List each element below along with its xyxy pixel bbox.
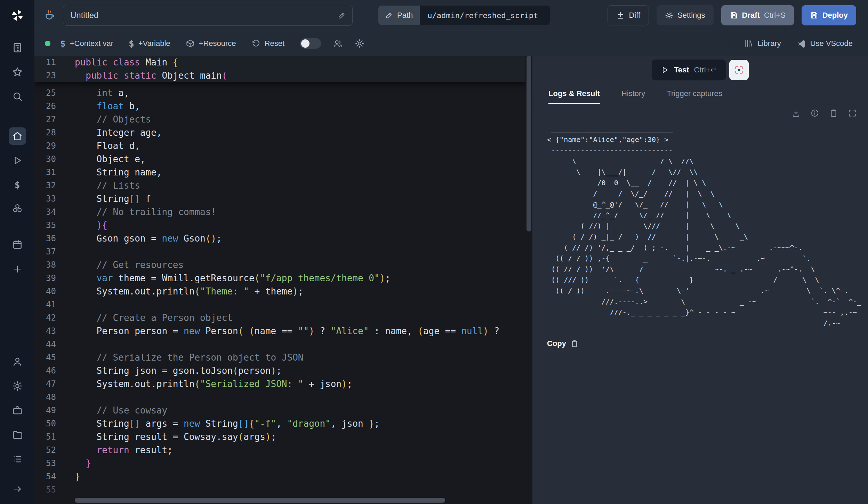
code-line: 40 System.out.println("Theme: " + theme)… bbox=[34, 285, 532, 298]
draft-button[interactable]: Draft Ctrl+S bbox=[721, 5, 794, 25]
horizontal-scrollbar[interactable] bbox=[34, 496, 525, 504]
expand-result-button[interactable] bbox=[848, 109, 857, 118]
editor-settings-button[interactable] bbox=[355, 39, 364, 48]
code-line: 47 System.out.println("Serialized JSON: … bbox=[34, 377, 532, 391]
code-line: 51 String result = Cowsay.say(args); bbox=[34, 430, 532, 443]
sidebar-item-apps[interactable] bbox=[9, 39, 26, 56]
code-line: 38 // Get resources bbox=[34, 258, 532, 271]
sidebar-item-folders[interactable] bbox=[9, 426, 26, 443]
code-line: 36 Gson gson = new Gson(); bbox=[34, 232, 532, 245]
gear-icon bbox=[355, 39, 364, 48]
use-vscode-button[interactable]: Use VScode bbox=[797, 39, 853, 48]
draft-label: Draft bbox=[742, 11, 760, 20]
result-tabs: Logs & ResultHistoryTrigger captures bbox=[532, 84, 868, 104]
tab-trigger-captures[interactable]: Trigger captures bbox=[667, 84, 722, 104]
edit-title-button[interactable] bbox=[338, 11, 346, 19]
star-icon bbox=[12, 66, 23, 78]
sidebar-item-settings[interactable] bbox=[9, 377, 26, 395]
collaborators-button[interactable] bbox=[333, 39, 343, 48]
windmill-logo[interactable] bbox=[10, 0, 24, 31]
result-output: _____________________________ < {"name":… bbox=[547, 124, 868, 329]
vertical-scrollbar[interactable] bbox=[525, 56, 532, 496]
test-label: Test bbox=[674, 65, 689, 74]
sidebar-item-runs[interactable] bbox=[9, 152, 26, 169]
sidebar-item-add[interactable] bbox=[9, 260, 26, 278]
play-icon bbox=[12, 155, 23, 166]
sidebar-item-users[interactable] bbox=[9, 353, 26, 370]
add-variable-button[interactable]: $ +Variable bbox=[129, 39, 170, 48]
code-line: 45 // Serialize the Person object to JSO… bbox=[34, 351, 532, 364]
code-line: 46 String json = gson.toJson(person); bbox=[34, 364, 532, 377]
sidebar-item-search[interactable] bbox=[9, 88, 26, 105]
vscode-icon bbox=[797, 39, 806, 48]
arrow-right-icon bbox=[12, 484, 23, 494]
app: $ bbox=[0, 0, 868, 504]
deploy-button[interactable]: Deploy bbox=[802, 5, 856, 25]
clipboard-icon bbox=[570, 339, 579, 348]
calculator-icon bbox=[12, 42, 23, 53]
diff-button[interactable]: Diff bbox=[608, 5, 649, 25]
person-icon bbox=[12, 356, 23, 367]
test-shortcut: Ctrl+↵ bbox=[694, 65, 717, 74]
script-title-input[interactable] bbox=[70, 10, 333, 21]
editor-toolbar: $ +Context var $ +Variable +Resource bbox=[34, 31, 868, 56]
code-lines: 25 int a,26 float b,27 // Objects28 Inte… bbox=[34, 56, 532, 496]
status-dot bbox=[45, 41, 50, 46]
code-line: 43 Person person = new Person( (name == … bbox=[34, 324, 532, 338]
code-line: 54} bbox=[34, 470, 532, 483]
sticky-lines: 11public class Main {23 public static Ob… bbox=[34, 56, 525, 82]
home-icon bbox=[12, 131, 23, 142]
capture-button[interactable] bbox=[729, 60, 749, 80]
code-editor[interactable]: 25 int a,26 float b,27 // Objects28 Inte… bbox=[34, 56, 532, 504]
result-info-button[interactable] bbox=[810, 109, 819, 118]
reset-label: Reset bbox=[265, 39, 284, 48]
copy-result-button[interactable]: Copy bbox=[547, 339, 868, 348]
code-line: 23 public static Object main( bbox=[34, 69, 525, 82]
save-icon bbox=[730, 11, 738, 19]
pencil-icon bbox=[385, 11, 393, 19]
code-line: 33 String[] f bbox=[34, 192, 532, 205]
add-context-var-button[interactable]: $ +Context var bbox=[60, 39, 113, 48]
scrollbar-thumb[interactable] bbox=[527, 56, 531, 231]
code-line: 39 var theme = Wmill.getResource("f/app_… bbox=[34, 271, 532, 285]
sidebar-item-workers[interactable] bbox=[9, 402, 26, 419]
sidebar-collapse-button[interactable] bbox=[9, 480, 26, 498]
search-icon bbox=[12, 91, 23, 102]
settings-button[interactable]: Settings bbox=[657, 5, 714, 25]
scrollbar-thumb[interactable] bbox=[75, 498, 445, 503]
code-line: 29 Float d, bbox=[34, 139, 532, 152]
code-line: 53 } bbox=[34, 457, 532, 470]
sidebar-item-variables[interactable]: $ bbox=[9, 176, 26, 194]
add-resource-button[interactable]: +Resource bbox=[186, 39, 236, 48]
diff-icon bbox=[616, 11, 625, 19]
test-button[interactable]: Test Ctrl+↵ bbox=[652, 60, 726, 80]
sidebar-item-schedules[interactable] bbox=[9, 236, 26, 253]
download-result-button[interactable] bbox=[791, 109, 801, 118]
code-line: 50 String[] args = new String[]{"-f", "d… bbox=[34, 417, 532, 430]
path-group: Path bbox=[378, 6, 550, 25]
code-line: 30 Object e, bbox=[34, 152, 532, 166]
path-input[interactable] bbox=[420, 6, 550, 25]
gear-icon bbox=[665, 11, 673, 19]
add-variable-label: +Variable bbox=[138, 39, 170, 48]
tab-history[interactable]: History bbox=[621, 84, 645, 104]
diff-mode-toggle[interactable] bbox=[300, 38, 321, 49]
sidebar-item-resources[interactable] bbox=[9, 200, 26, 218]
sidebar-item-home[interactable] bbox=[9, 127, 26, 145]
sidebar-item-logs[interactable] bbox=[9, 450, 26, 468]
tab-logs-result[interactable]: Logs & Result bbox=[548, 84, 600, 104]
clipboard-icon bbox=[829, 109, 838, 118]
sidebar-item-favorites[interactable] bbox=[9, 63, 26, 81]
people-icon bbox=[333, 39, 343, 48]
code-line: 41 bbox=[34, 298, 532, 311]
toolbar-right: Library Use VScode bbox=[728, 38, 853, 49]
use-vscode-label: Use VScode bbox=[810, 39, 853, 48]
copy-json-button[interactable] bbox=[829, 109, 838, 118]
library-button[interactable]: Library bbox=[744, 39, 781, 48]
script-title-field[interactable] bbox=[63, 5, 353, 26]
dollar-icon: $ bbox=[60, 39, 66, 48]
reset-button[interactable]: Reset bbox=[251, 39, 284, 48]
edit-path-button[interactable]: Path bbox=[378, 6, 420, 25]
add-resource-label: +Resource bbox=[199, 39, 236, 48]
code-line: 42 // Create a Person object bbox=[34, 311, 532, 324]
